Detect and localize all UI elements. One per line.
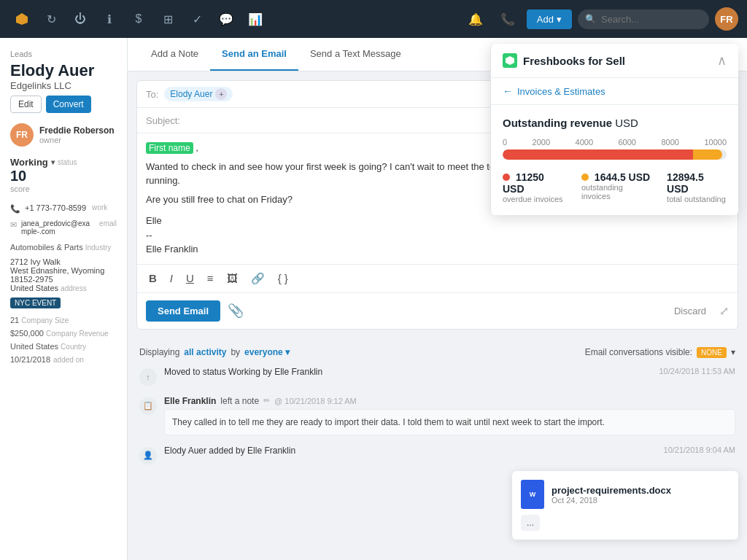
contact-info: 📞 +1 773-770-8599 work ✉ janea_predovic@…: [10, 203, 117, 236]
phone-type: work: [92, 203, 107, 211]
activity-item-3: 👤 Elody Auer added by Elle Franklin 10/2…: [139, 446, 735, 464]
breadcrumb: Leads: [10, 50, 117, 58]
freshbooks-logo: [503, 53, 517, 68]
link-button[interactable]: 🔗: [248, 271, 268, 287]
underline-button[interactable]: U: [183, 271, 197, 286]
convert-button[interactable]: Convert: [46, 96, 91, 113]
check-icon[interactable]: ✓: [184, 6, 210, 32]
activity-icon-2: 📋: [139, 397, 157, 415]
bold-button[interactable]: B: [146, 271, 160, 286]
expand-icon[interactable]: ⤢: [719, 304, 729, 318]
activity-text-1: Moved to status Working by Elle Franklin: [164, 367, 651, 377]
company-revenue: $250,000 Company Revenue: [10, 329, 117, 338]
lead-company: Edgelinks LLC: [10, 80, 117, 91]
list-button[interactable]: ≡: [204, 271, 217, 286]
tab-send-email[interactable]: Send an Email: [210, 38, 298, 71]
chat-icon[interactable]: 💬: [213, 6, 239, 32]
freshbooks-back[interactable]: ← Invoices & Estimates: [491, 78, 738, 105]
first-name-tag: First name: [146, 142, 193, 154]
refresh-icon[interactable]: ↻: [38, 6, 64, 32]
add-recipient-button[interactable]: +: [215, 88, 227, 100]
revenue-bar-labels: 0 2000 4000 6000 8000 10000: [503, 138, 727, 147]
dollar-icon[interactable]: $: [125, 6, 152, 32]
address-city: West Ednashire, Wyoming 18152-2975: [10, 266, 117, 284]
revenue-section-title: Outstanding revenue USD: [503, 117, 727, 129]
freshbooks-body: Outstanding revenue USD 0 2000 4000 6000…: [491, 105, 738, 215]
added-on: 10/21/2018 added on: [10, 355, 117, 364]
lead-sidebar: Leads Elody Auer Edgelinks LLC Edit Conv…: [0, 38, 128, 560]
tab-add-note[interactable]: Add a Note: [139, 38, 210, 71]
search-input[interactable]: [578, 9, 709, 29]
company-size: 21 Company Size: [10, 316, 117, 324]
stat-outstanding: 1644.5 USD outstanding invoices: [581, 171, 652, 203]
image-button[interactable]: 🖼: [224, 271, 241, 286]
bell-icon[interactable]: 🔔: [462, 6, 489, 32]
doc-name: project-requirements.docx: [551, 485, 671, 496]
doc-more-button[interactable]: ...: [521, 515, 540, 531]
owner-avatar: FR: [10, 123, 34, 147]
subject-label: Subject:: [146, 115, 180, 126]
svg-marker-0: [16, 13, 28, 25]
all-activity-link[interactable]: all activity: [184, 347, 226, 357]
freshbooks-header: Freshbooks for Sell ∧: [491, 44, 738, 78]
to-label: To:: [146, 89, 158, 100]
note-edit-icon[interactable]: ✏: [263, 396, 270, 405]
country-detail: United States Country: [10, 342, 117, 351]
email-type: email: [99, 219, 117, 228]
freshbooks-title: Freshbooks for Sell: [503, 53, 625, 68]
stat-overdue: 11250 USD overdue invoices: [503, 171, 567, 203]
calendar-icon[interactable]: ⊞: [155, 6, 181, 32]
activity-text-3: Elody Auer added by Elle Franklin: [164, 446, 657, 456]
activity-item-1: ↑ Moved to status Working by Elle Frankl…: [139, 367, 735, 386]
revenue-bar-container: 0 2000 4000 6000 8000 10000: [503, 138, 727, 160]
freshbooks-panel: Freshbooks for Sell ∧ ← Invoices & Estim…: [490, 44, 738, 215]
none-badge[interactable]: NONE: [697, 347, 727, 358]
dot-yellow: [581, 174, 589, 181]
activity-item-2: 📋 Elle Franklin left a note ✏ @ 10/21/20…: [139, 396, 735, 435]
dot-red: [503, 174, 510, 181]
note-author: Elle Franklin: [164, 396, 216, 406]
edit-button[interactable]: Edit: [10, 96, 42, 113]
activity-icon-1: ↑: [139, 368, 157, 386]
add-button[interactable]: Add ▾: [527, 9, 572, 29]
owner-section: FR Freddie Roberson owner: [10, 123, 117, 147]
activity-note-section: Elle Franklin left a note ✏ @ 10/21/2018…: [164, 396, 735, 435]
italic-button[interactable]: I: [167, 271, 176, 286]
chart-icon[interactable]: 📊: [242, 6, 268, 32]
send-email-button[interactable]: Send Email: [146, 300, 220, 322]
address-section: 2712 Ivy Walk West Ednashire, Wyoming 18…: [10, 257, 117, 292]
code-button[interactable]: { }: [275, 271, 291, 286]
revenue-bar: [503, 149, 727, 160]
info-icon[interactable]: ℹ: [96, 6, 123, 32]
user-avatar[interactable]: FR: [715, 7, 738, 31]
everyone-filter-link[interactable]: everyone ▾: [244, 347, 290, 357]
status-value[interactable]: Working ▾ status: [10, 157, 117, 168]
to-contact-tag: Elody Auer +: [164, 87, 233, 101]
power-icon[interactable]: ⏻: [67, 6, 93, 32]
back-arrow-icon: ←: [503, 85, 513, 97]
email-icon: ✉: [10, 220, 17, 230]
tab-send-text[interactable]: Send a Text Message: [298, 38, 413, 71]
industry-value: Automobiles & Parts: [10, 243, 83, 252]
stat-total-label: total outstanding: [667, 195, 727, 203]
stat-outstanding-label: outstanding invoices: [581, 183, 652, 201]
doc-icon: W: [521, 480, 544, 509]
owner-name: Freddie Roberson: [39, 125, 115, 136]
score-label: score: [10, 184, 117, 193]
attach-icon[interactable]: 📎: [228, 303, 244, 319]
body-signature: Elle -- Elle Franklin: [146, 214, 729, 257]
email-vis-label: Email conversations visible:: [585, 347, 692, 357]
phone-icon-small: 📞: [10, 204, 20, 214]
note-content: They called in to tell me they are ready…: [164, 409, 735, 435]
revenue-stats: 11250 USD overdue invoices 1644.5 USD ou…: [503, 171, 727, 203]
search-icon: 🔍: [585, 14, 596, 24]
logo-icon[interactable]: [9, 6, 35, 32]
freshbooks-close-button[interactable]: ∧: [717, 52, 727, 69]
top-bar: ↻ ⏻ ℹ $ ⊞ ✓ 💬 📊 🔔 📞 Add ▾ 🔍 FR: [0, 0, 747, 38]
discard-button[interactable]: Discard: [674, 306, 706, 316]
document-section: W project-requirements.docx Oct 24, 2018…: [512, 471, 738, 540]
stat-total: 12894.5 USD total outstanding: [667, 171, 727, 203]
activity-time-1: 10/24/2018 11:53 AM: [659, 367, 735, 376]
phone-icon[interactable]: 📞: [495, 6, 521, 32]
score-value: 10: [10, 168, 117, 184]
